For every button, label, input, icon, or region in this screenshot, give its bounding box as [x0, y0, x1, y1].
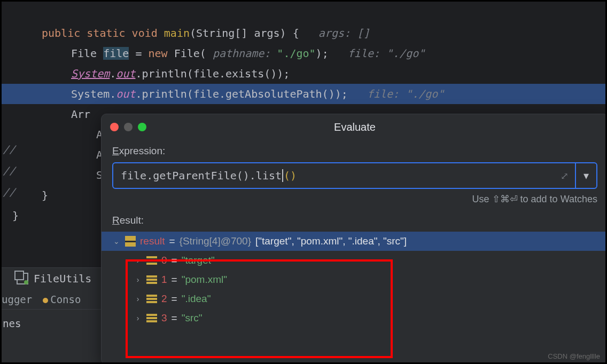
chevron-right-icon[interactable]: ›	[134, 256, 142, 265]
result-name: result	[140, 235, 165, 247]
code-text: .println(file.exists());	[135, 67, 290, 80]
code-text: (String[] args) {	[190, 27, 299, 39]
result-tree[interactable]: ⌄ result = {String[4]@700} ["target", "p…	[112, 232, 597, 328]
close-icon[interactable]	[110, 123, 119, 131]
inline-hint: args: []	[318, 27, 370, 39]
keyword: public	[42, 27, 80, 39]
result-item-row[interactable]: › 0 = "target"	[134, 251, 597, 270]
type: File	[71, 47, 97, 60]
class-ref: System	[71, 67, 110, 80]
chevron-down-icon: ▾	[583, 169, 589, 182]
string-literal: "./go"	[277, 47, 315, 60]
result-type: {String[4]@700}	[180, 235, 251, 247]
field-ref: out	[116, 67, 135, 80]
class-ref: System.	[71, 88, 116, 100]
result-index: 3	[161, 312, 167, 324]
code-text: .println(file.getAbsolutePath());	[135, 88, 347, 100]
variable: file	[103, 47, 129, 60]
result-value: "pom.xml"	[182, 274, 227, 286]
tab-debugger[interactable]: ugger	[2, 289, 32, 310]
tab-label: Conso	[50, 294, 81, 305]
brace: }	[12, 209, 19, 222]
file-tab[interactable]: FileUtils	[34, 272, 91, 285]
console-indicator-icon	[43, 298, 48, 303]
keyword: void	[132, 27, 158, 39]
array-icon	[146, 295, 157, 303]
result-value: "target"	[182, 255, 215, 266]
history-dropdown-button[interactable]: ▾	[576, 162, 597, 189]
field-ref: out	[116, 88, 135, 100]
dialog-header[interactable]: Evaluate	[102, 114, 607, 140]
inline-hint: file: "./go"	[348, 47, 425, 60]
array-icon	[146, 256, 157, 265]
chevron-right-icon[interactable]: ›	[134, 314, 142, 322]
expression-input[interactable]: file.getParentFile().list() ⤢	[112, 162, 576, 189]
keyword: new	[149, 47, 168, 60]
code-line-current[interactable]: System.out.println(file.getAbsolutePath(…	[2, 84, 605, 104]
code-text: S	[77, 169, 103, 181]
gutter-comment: //	[3, 182, 15, 202]
maximize-icon[interactable]	[138, 123, 146, 131]
result-index: 0	[161, 255, 167, 266]
gutter-comment: //	[3, 139, 15, 160]
array-icon	[146, 275, 157, 284]
code-text: File(	[168, 47, 206, 60]
dialog-title: Evaluate	[334, 121, 376, 133]
result-eq: =	[169, 235, 175, 247]
code-line[interactable]: public static void main(String[] args) {…	[2, 23, 605, 43]
code-text: A	[77, 128, 103, 141]
result-item-row[interactable]: › 3 = "src"	[134, 308, 597, 328]
expand-icon[interactable]: ⤢	[561, 170, 569, 181]
inline-hint: file: "./go"	[367, 88, 445, 100]
param-hint: pathname:	[206, 47, 277, 60]
result-eq: =	[172, 274, 177, 286]
dialog-body: Expression: file.getParentFile().list() …	[102, 140, 607, 333]
result-value: "src"	[182, 312, 203, 324]
expression-row: file.getParentFile().list() ⤢ ▾	[112, 162, 597, 189]
result-value: ".idea"	[182, 293, 211, 305]
code-line[interactable]: System.out.println(file.exists());	[2, 64, 605, 84]
dot: .	[110, 67, 116, 80]
tab-console[interactable]: Conso	[43, 289, 81, 310]
code-line[interactable]: File file = new File( pathname: "./go");…	[2, 43, 605, 64]
result-index: 2	[161, 293, 167, 305]
watermark: CSDN @fenglllle	[548, 352, 600, 360]
evaluate-dialog: Evaluate Expression: file.getParentFile(…	[101, 114, 607, 364]
chevron-right-icon[interactable]: ›	[134, 275, 142, 284]
result-item-row[interactable]: › 2 = ".idea"	[134, 289, 597, 308]
chevron-down-icon[interactable]: ⌄	[112, 237, 121, 246]
result-root-row[interactable]: ⌄ result = {String[4]@700} ["target", "p…	[102, 232, 607, 251]
result-items: › 0 = "target" › 1 = "pom.xml" › 2 = ".i…	[112, 251, 597, 328]
code-text: Arr	[71, 108, 90, 121]
expression-text: file.getParentFile().list	[121, 169, 282, 182]
chevron-right-icon[interactable]: ›	[134, 295, 142, 303]
text-cursor	[282, 169, 283, 182]
result-eq: =	[172, 312, 177, 324]
method-name: main	[164, 27, 190, 39]
code-text: A	[77, 148, 103, 161]
object-icon	[125, 236, 136, 247]
brace: }	[42, 189, 48, 202]
code-text: );	[316, 47, 329, 60]
array-icon	[146, 314, 157, 322]
result-eq: =	[172, 255, 177, 266]
keyword: static	[87, 27, 125, 39]
result-value: ["target", "pom.xml", ".idea", "src"]	[255, 235, 407, 247]
result-eq: =	[172, 293, 177, 305]
frames-icon	[17, 273, 28, 284]
result-item-row[interactable]: › 1 = "pom.xml"	[134, 270, 597, 289]
operator: =	[129, 47, 148, 60]
minimize-icon[interactable]	[124, 123, 133, 131]
gutter-comment: //	[3, 161, 15, 181]
traffic-lights	[110, 123, 146, 131]
expression-paren: ()	[284, 169, 297, 182]
hint-text: Use ⇧⌘⏎ to add to Watches	[112, 193, 597, 205]
result-index: 1	[161, 274, 167, 286]
expression-label: Expression:	[112, 145, 597, 157]
result-label: Result:	[112, 215, 597, 226]
